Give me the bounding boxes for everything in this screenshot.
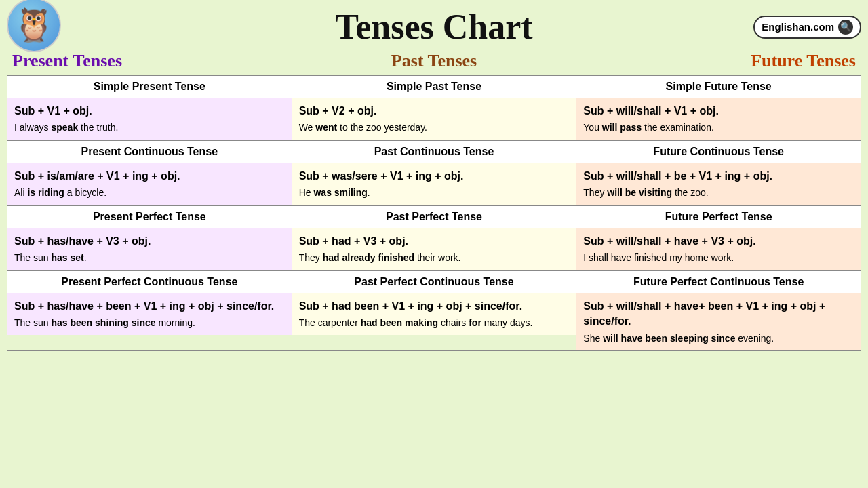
present-continuous-formula: Sub + is/am/are + V1 + ing + obj.	[14, 169, 285, 184]
future-simple-header: Simple Future Tense	[576, 76, 861, 98]
column-headers: Present Tenses Past Tenses Future Tenses	[7, 49, 861, 73]
present-simple-content: Sub + V1 + obj. I always speak the truth…	[7, 98, 292, 140]
past-perfect-example: They had already finished their work.	[299, 251, 570, 265]
tenses-table: Simple Present Tense Sub + V1 + obj. I a…	[7, 75, 861, 351]
past-simple-cell: Simple Past Tense Sub + V2 + obj. We wen…	[292, 76, 576, 141]
present-perfect-continuous-header: Present Perfect Continuous Tense	[7, 271, 292, 293]
present-simple-header: Simple Present Tense	[7, 76, 292, 98]
present-continuous-cell: Present Continuous Tense Sub + is/am/are…	[7, 140, 292, 205]
present-continuous-content: Sub + is/am/are + V1 + ing + obj. Ali is…	[7, 163, 292, 205]
site-badge[interactable]: Englishan.com 🔍	[753, 16, 861, 39]
present-continuous-example: Ali is riding a bicycle.	[14, 186, 285, 200]
past-perfect-header: Past Perfect Tense	[292, 206, 576, 228]
future-perfect-continuous-formula: Sub + will/shall + have+ been + V1 + ing…	[583, 299, 854, 329]
present-perfect-formula: Sub + has/have + V3 + obj.	[14, 234, 285, 249]
future-col-header: Future Tenses	[576, 49, 861, 73]
present-perfect-continuous-content: Sub + has/have + been + V1 + ing + obj +…	[7, 293, 292, 336]
future-perfect-formula: Sub + will/shall + have + V3 + obj.	[583, 234, 854, 249]
future-perfect-example: I shall have finished my home work.	[583, 251, 854, 265]
present-perfect-continuous-formula: Sub + has/have + been + V1 + ing + obj +…	[14, 299, 285, 314]
present-simple-example: I always speak the truth.	[14, 121, 285, 135]
past-continuous-example: He was smiling.	[299, 186, 570, 200]
present-perfect-cell: Present Perfect Tense Sub + has/have + V…	[7, 205, 292, 270]
past-simple-header: Simple Past Tense	[292, 76, 576, 98]
past-perfect-cell: Past Perfect Tense Sub + had + V3 + obj.…	[292, 205, 576, 270]
past-simple-formula: Sub + V2 + obj.	[299, 104, 570, 119]
past-perfect-continuous-formula: Sub + had been + V1 + ing + obj + since/…	[299, 299, 570, 314]
past-col-header: Past Tenses	[292, 49, 576, 73]
header: 🦉 Tenses Chart Englishan.com 🔍	[7, 7, 861, 47]
site-name: Englishan.com	[762, 21, 834, 33]
future-perfect-content: Sub + will/shall + have + V3 + obj. I sh…	[576, 228, 861, 270]
page-title: Tenses Chart	[335, 7, 532, 47]
present-simple-formula: Sub + V1 + obj.	[14, 104, 285, 119]
future-perfect-header: Future Perfect Tense	[576, 206, 861, 228]
past-perfect-formula: Sub + had + V3 + obj.	[299, 234, 570, 249]
future-perfect-continuous-cell: Future Perfect Continuous Tense Sub + wi…	[576, 270, 861, 350]
past-continuous-content: Sub + was/sere + V1 + ing + obj. He was …	[292, 163, 576, 205]
owl-logo: 🦉	[7, 0, 64, 56]
future-simple-formula: Sub + will/shall + V1 + obj.	[583, 104, 854, 119]
table-row: Simple Present Tense Sub + V1 + obj. I a…	[7, 76, 861, 141]
past-perfect-continuous-content: Sub + had been + V1 + ing + obj + since/…	[292, 293, 576, 336]
past-perfect-content: Sub + had + V3 + obj. They had already f…	[292, 228, 576, 270]
search-icon[interactable]: 🔍	[838, 20, 853, 35]
future-continuous-formula: Sub + will/shall + be + V1 + ing + obj.	[583, 169, 854, 184]
future-continuous-content: Sub + will/shall + be + V1 + ing + obj. …	[576, 163, 861, 205]
future-simple-example: You will pass the examination.	[583, 121, 854, 135]
present-perfect-continuous-cell: Present Perfect Continuous Tense Sub + h…	[7, 270, 292, 350]
past-continuous-cell: Past Continuous Tense Sub + was/sere + V…	[292, 140, 576, 205]
future-continuous-cell: Future Continuous Tense Sub + will/shall…	[576, 140, 861, 205]
future-perfect-cell: Future Perfect Tense Sub + will/shall + …	[576, 205, 861, 270]
future-perfect-continuous-example: She will have been sleeping since evenin…	[583, 332, 854, 346]
present-simple-cell: Simple Present Tense Sub + V1 + obj. I a…	[7, 76, 292, 141]
past-continuous-formula: Sub + was/sere + V1 + ing + obj.	[299, 169, 570, 184]
present-perfect-content: Sub + has/have + V3 + obj. The sun has s…	[7, 228, 292, 270]
table-row: Present Perfect Tense Sub + has/have + V…	[7, 205, 861, 270]
table-row: Present Continuous Tense Sub + is/am/are…	[7, 140, 861, 205]
past-perfect-continuous-example: The carpenter had been making chairs for…	[299, 317, 570, 330]
present-perfect-example: The sun has set.	[14, 251, 285, 265]
future-simple-content: Sub + will/shall + V1 + obj. You will pa…	[576, 98, 861, 140]
present-continuous-header: Present Continuous Tense	[7, 141, 292, 163]
future-continuous-example: They will be visiting the zoo.	[583, 186, 854, 200]
future-perfect-continuous-header: Future Perfect Continuous Tense	[576, 271, 861, 293]
future-perfect-continuous-content: Sub + will/shall + have+ been + V1 + ing…	[576, 293, 861, 350]
future-simple-cell: Simple Future Tense Sub + will/shall + V…	[576, 76, 861, 141]
table-row: Present Perfect Continuous Tense Sub + h…	[7, 270, 861, 350]
future-continuous-header: Future Continuous Tense	[576, 141, 861, 163]
present-perfect-header: Present Perfect Tense	[7, 206, 292, 228]
past-continuous-header: Past Continuous Tense	[292, 141, 576, 163]
past-perfect-continuous-header: Past Perfect Continuous Tense	[292, 271, 576, 293]
past-simple-content: Sub + V2 + obj. We went to the zoo yeste…	[292, 98, 576, 140]
present-perfect-continuous-example: The sun has been shining since morning.	[14, 317, 285, 330]
past-simple-example: We went to the zoo yesterday.	[299, 121, 570, 135]
past-perfect-continuous-cell: Past Perfect Continuous Tense Sub + had …	[292, 270, 576, 350]
